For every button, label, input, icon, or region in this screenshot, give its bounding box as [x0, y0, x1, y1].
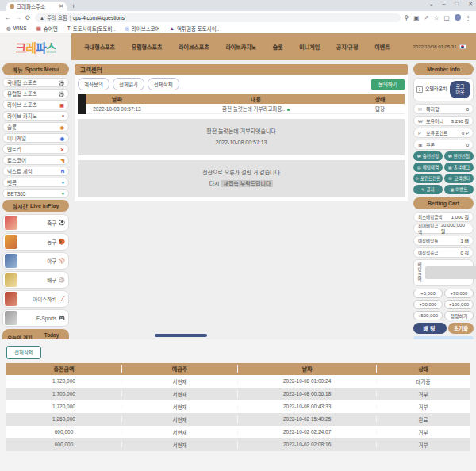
account-inquiry-button[interactable]: 계좌문의 [78, 78, 109, 90]
notice-button[interactable]: ✎공지 [413, 185, 443, 194]
site-logo[interactable]: 크 레 파 스 [0, 33, 71, 60]
attendance-button[interactable]: ▦출석체크 [444, 163, 474, 172]
add-5000-button[interactable]: +5,000 [413, 289, 443, 298]
search-tabs-icon[interactable]: ⌄ [429, 1, 434, 7]
reload-icon[interactable]: ⟳ [25, 14, 31, 21]
customer-center-button[interactable]: ☏고객센터 [444, 174, 474, 183]
bet-history-button[interactable]: ▤배팅내역 [413, 163, 443, 172]
notice-icon: ✎ [421, 187, 424, 192]
expected-odds-value: 1 배 [460, 237, 469, 244]
inplay-esports[interactable]: E-Sports🎮 [2, 309, 69, 327]
history-row[interactable]: 1,700,000서현재2022-10-08 00:56:18거부 [6, 388, 470, 400]
address-bar[interactable]: ▲ 주의 요함 cps-4.com/#/questions [35, 13, 401, 22]
maximize-icon[interactable]: ▢ [455, 1, 460, 7]
withdraw-request-button[interactable]: ₩환전신청 [444, 151, 474, 161]
translate-icon[interactable]: ▣ [413, 14, 419, 21]
history-row[interactable]: 600,000서현재2022-10-02 02:24:07거부 [6, 426, 470, 438]
nav-notice-rules[interactable]: 공지/규정 [336, 43, 359, 51]
read-all-button[interactable]: 전체읽기 [113, 78, 144, 90]
amount-cell: 600,000 [6, 429, 122, 435]
url-warning-label[interactable]: 주의 요함 [47, 13, 67, 21]
history-row[interactable]: 600,000서현재2022-10-02 02:08:16거부 [6, 438, 470, 451]
bookmark-item[interactable]: ◎라이브스코어 [125, 25, 160, 33]
sidebar-item-next-game[interactable]: 넥스트 게임N [2, 167, 69, 176]
inplay-soccer[interactable]: 축구⚽ [2, 214, 69, 232]
bookmark-item[interactable]: ◍WINS [6, 25, 27, 32]
nav-events[interactable]: 이벤트 [374, 43, 390, 51]
sidebar-item-live-sports[interactable]: 라이브 스포츠▣ [2, 100, 69, 109]
amount-cell: 600,000 [6, 442, 122, 447]
sidebar-item-minigame[interactable]: 미니게임◉ [2, 133, 69, 143]
nav-slots[interactable]: 슬롯 [273, 43, 283, 51]
inplay-icehockey[interactable]: 아이스하키🏒 [2, 290, 69, 308]
history-row[interactable]: 1,260,000서현재2022-10-02 15:40:25완료 [6, 413, 470, 426]
reading-mode-icon[interactable]: ▢ [443, 14, 449, 21]
sidebar-item-live-casino[interactable]: 라이브 카지노♦ [2, 111, 69, 121]
horizontal-scrollbar-thumb[interactable] [155, 334, 207, 337]
player-photo [5, 216, 17, 230]
history-row[interactable]: 1,720,000서현재2022-10-08 00:43:33거부 [6, 400, 470, 413]
date-cell: 2022-10-02 15:40:25 [238, 416, 377, 422]
name-cell: 서현재 [122, 428, 238, 436]
min-bet-value: 1,000 원 [451, 213, 469, 220]
delete-all-button[interactable]: 전체삭제 [148, 78, 179, 90]
bookmark-icon: ◍ [6, 25, 11, 32]
logout-button[interactable]: 로그아웃 [450, 81, 470, 98]
delete-all-history-button[interactable]: 전체삭제 [6, 346, 41, 359]
new-inquiry-button[interactable]: 문의하기 [371, 78, 405, 90]
minimize-icon[interactable]: – [443, 1, 446, 7]
reset-button[interactable]: 초기화 [448, 323, 474, 334]
key-icon[interactable]: ⚲ [405, 14, 409, 21]
inplay-basketball[interactable]: 농구🏀 [2, 233, 69, 251]
event-button[interactable]: ▩이벤트 [444, 185, 474, 194]
tab-close-icon[interactable]: ✕ [59, 3, 63, 10]
bet-amount-input[interactable] [425, 266, 476, 279]
deposit-request-button[interactable]: ₩충전신청 [413, 151, 443, 161]
share-icon[interactable]: ↗ [424, 14, 428, 21]
back-icon[interactable]: ← [5, 14, 11, 21]
inplay-volleyball[interactable]: 배구🏐 [2, 271, 69, 289]
bookmark-item[interactable]: ▲먹튀검증 토토사이.. [170, 25, 220, 33]
history-row[interactable]: 1,720,000서현재2022-10-08 01:00:24대기중 [6, 375, 470, 388]
sidebar-item-domestic-sports[interactable]: 국내형 스포츠⚽ [2, 78, 69, 87]
sidebar-item-betkok[interactable]: 벳콕● [2, 178, 69, 187]
player-photo [5, 311, 17, 325]
nav-european-sports[interactable]: 유럽형스포츠 [132, 43, 163, 51]
browser-tab[interactable]: 크레파스주소 ✕ [6, 2, 67, 11]
forward-icon[interactable]: → [15, 14, 21, 21]
new-tab-button[interactable]: + [71, 2, 75, 10]
sidebar-item-entry[interactable]: 엔트리✕ [2, 144, 69, 154]
point-convert-button[interactable]: ⟳포인트전환 [413, 174, 443, 183]
add-100000-button[interactable]: +100,000 [444, 300, 474, 309]
sidebar-item-bet365[interactable]: BET365● [2, 189, 69, 198]
status-cell: 거부 [377, 428, 470, 436]
bookmark-item[interactable]: T토토사이트[토토비.. [67, 25, 115, 33]
nav-live-casino[interactable]: 라이브카지노 [225, 43, 256, 51]
nav-domestic-sports[interactable]: 국내형스포츠 [84, 43, 115, 51]
bookmark-item[interactable]: ▦슈어맨 [36, 25, 58, 33]
nav-minigame[interactable]: 미니게임 [299, 43, 320, 51]
nav-live-sports[interactable]: 라이브스포츠 [178, 43, 209, 51]
screen: 크레파스주소 ✕ + ⌄ – ▢ ✕ ← → ⟳ ▲ 주의 요함 cps-4.c… [0, 0, 476, 471]
correct-button[interactable]: 정정하기 [444, 311, 474, 320]
mailbox-row[interactable]: ✉쪽지함0 [413, 104, 474, 114]
sidebar-item-european-sports[interactable]: 유럽형 스포츠⚽ [2, 89, 69, 98]
add-500000-button[interactable]: +500,000 [413, 311, 443, 320]
sidebar-item-livescore[interactable]: 로스코어◥ [2, 155, 69, 165]
inquiry-table-header: 날짜 내용 상태 [78, 94, 405, 104]
highlighted-text: 재접속 부탁드립니다 [221, 180, 273, 187]
sidebar-item-slots[interactable]: 슬롯◉ [2, 122, 69, 132]
casino-suit-icon: ♦ [62, 113, 64, 118]
add-50000-button[interactable]: +50,000 [413, 300, 443, 309]
add-30000-button[interactable]: +30,000 [444, 289, 474, 298]
checkbox-column[interactable] [78, 94, 86, 114]
col-amount: 충전금액 [6, 365, 122, 373]
inplay-baseball[interactable]: 야구⚾ [2, 252, 69, 270]
url-text[interactable]: cps-4.com/#/questions [73, 15, 125, 21]
profile-avatar[interactable] [455, 14, 461, 21]
kebab-menu-icon[interactable]: ⋮ [466, 14, 472, 21]
inquiry-row[interactable]: 2022-10-08 00:57:13 환전 눌럿는데 거부라고파용.. 답장 [78, 104, 405, 114]
close-icon[interactable]: ✕ [468, 1, 473, 7]
bet-button[interactable]: 배팅 [413, 323, 447, 334]
bookmark-star-icon[interactable]: ☆ [434, 14, 440, 21]
